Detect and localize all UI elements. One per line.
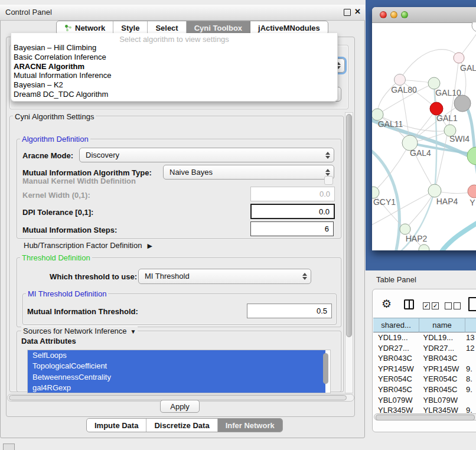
tab-label: Impute Data — [94, 421, 138, 430]
column-header-1[interactable]: shared... — [373, 318, 419, 332]
network-canvas[interactable]: GALGAL80GAL10GAL1GAL11SWI4GAL4GCY1HAP4YH… — [372, 22, 476, 250]
network-node[interactable] — [472, 22, 476, 32]
kernel-width-field[interactable]: 0.0 — [250, 187, 335, 201]
network-window-titlebar[interactable] — [372, 7, 476, 23]
column-header-3[interactable]: A — [465, 318, 476, 332]
tab-cyni-toolbox[interactable]: Cyni Toolbox — [187, 21, 250, 34]
tab-impute-data[interactable]: Impute Data — [87, 419, 146, 432]
unchecked-checkbox-icon[interactable] — [454, 302, 461, 309]
tab-style[interactable]: Style — [113, 21, 148, 34]
aracne-mode-label: Aracne Mode: — [22, 151, 73, 160]
algorithm-option[interactable]: Dream8 DC_TDC Algorithm — [14, 90, 108, 99]
network-node[interactable] — [454, 95, 471, 112]
table-row[interactable]: YLR345WYLR345W9. — [373, 405, 476, 413]
table-row[interactable]: YBR045CYBR045C9. — [373, 384, 476, 395]
table-row[interactable]: YDL19...YDL19...13 — [373, 332, 476, 343]
table-row[interactable]: YBR043CYBR043C — [373, 353, 476, 364]
algorithm-definition-title: Algorithm Definition — [20, 135, 90, 144]
tab-network[interactable]: Network — [57, 21, 113, 34]
mi-algorithm-type-select[interactable]: Naive Bayes — [163, 165, 334, 180]
tab-label: Select — [155, 24, 178, 32]
list-scrollbar-thumb[interactable] — [323, 353, 328, 384]
settings-vertical-scrollbar[interactable] — [345, 112, 353, 393]
algorithm-option[interactable]: Bayesian – K2 — [14, 80, 63, 89]
dpi-tolerance-field[interactable]: 0.0 — [250, 204, 335, 219]
table-row[interactable]: YBL079WYBL079W — [373, 395, 476, 406]
sources-expander[interactable]: Sources for Network Inference▼ — [21, 327, 138, 335]
columns-icon[interactable] — [404, 299, 414, 309]
network-node-gal11[interactable] — [372, 109, 383, 120]
aracne-mode-select[interactable]: Discovery — [79, 148, 334, 162]
control-panel-titlebar[interactable]: Control Panel ✕ — [0, 5, 365, 21]
close-icon[interactable]: ✕ — [354, 7, 361, 16]
network-node-hap2[interactable] — [400, 224, 410, 234]
which-threshold-value: MI Threshold — [145, 272, 190, 281]
which-threshold-select[interactable]: MI Threshold — [138, 269, 311, 284]
mi-threshold-definition-title: MI Threshold Definition — [26, 289, 108, 298]
mi-threshold-field[interactable]: 0.5 — [247, 304, 332, 318]
gear-icon[interactable]: ⚙ — [382, 297, 392, 311]
attribute-item[interactable]: gal4RGexp — [28, 383, 325, 393]
hub-definition-expander[interactable]: Hub/Transcription Factor Definition▶ — [24, 241, 152, 250]
table-row[interactable]: YDR27...YDR27...12 — [373, 343, 476, 354]
screen: Control Panel ✕ NetworkStyleSelectCyni T… — [0, 0, 476, 450]
expand-right-icon: ▶ — [147, 242, 152, 250]
network-node-gal[interactable] — [454, 53, 464, 63]
mi-threshold-label: Mutual Information Threshold: — [27, 307, 138, 316]
attribute-item[interactable]: SelfLoops — [28, 350, 325, 361]
algorithm-option[interactable]: ARACNE Algorithm — [14, 62, 84, 71]
checked-checkbox-icon[interactable]: ✓ — [432, 302, 439, 309]
cyni-algorithm-settings-title: Cyni Algorithm Settings — [13, 112, 96, 121]
network-node[interactable] — [467, 147, 476, 165]
tab-jactivemnodules[interactable]: jActiveMNodules — [250, 21, 328, 34]
table-horizontal-scrollbar[interactable] — [374, 413, 476, 420]
attribute-item[interactable]: BetweennessCentrality — [28, 372, 325, 383]
aracne-mode-value: Discovery — [86, 151, 119, 159]
network-node-gal10[interactable] — [428, 77, 440, 89]
table-cell: YPR145W — [418, 364, 463, 374]
data-attributes-list[interactable]: SelfLoopsTopologicalCoefficientBetweenne… — [27, 350, 331, 393]
table-cell: YER054C — [373, 374, 418, 384]
table-cell: YLR345W — [418, 405, 463, 413]
network-node-gal80[interactable] — [395, 74, 406, 86]
zoom-traffic-light-icon[interactable] — [401, 11, 408, 18]
tab-infer-network[interactable]: Infer Network — [218, 419, 282, 432]
node-label: HAP2 — [406, 234, 428, 243]
data-attributes-label: Data Attributes — [21, 337, 76, 345]
dropdown-prompt: Select algorithm to view settings — [11, 35, 337, 44]
checked-checkbox-icon[interactable]: ✓ — [423, 302, 430, 309]
apply-button[interactable]: Apply — [160, 400, 200, 413]
unchecked-checkbox-icon[interactable] — [445, 302, 452, 309]
minimize-traffic-light-icon[interactable] — [390, 11, 397, 18]
page-icon[interactable] — [468, 297, 476, 311]
algorithm-option[interactable]: Bayesian – Hill Climbing — [14, 43, 96, 52]
table-row[interactable]: YPR145WYPR145W9. — [373, 364, 476, 374]
table-cell: YBR043C — [418, 353, 463, 364]
float-window-icon[interactable] — [344, 9, 351, 16]
table-cell: YDL19... — [373, 332, 418, 343]
network-node-hap4[interactable] — [428, 184, 441, 197]
network-node-y[interactable] — [468, 185, 476, 198]
table-row[interactable]: YER054CYER054C8. — [373, 374, 476, 384]
scrollbar-thumb[interactable] — [346, 114, 352, 337]
mi-steps-label: Mutual Information Steps: — [22, 226, 117, 234]
docked-panel-icon[interactable] — [3, 444, 15, 450]
expand-down-icon: ▼ — [131, 328, 136, 335]
tab-select[interactable]: Select — [148, 21, 186, 34]
algorithm-option[interactable]: Mutual Information Inference — [14, 71, 111, 80]
node-label: GAL1 — [436, 113, 458, 123]
network-node-gcy1[interactable] — [372, 187, 379, 198]
table-cell: YDL19... — [418, 332, 463, 343]
algorithm-option[interactable]: Basic Correlation Inference — [14, 53, 106, 61]
table-cell — [464, 353, 476, 364]
mi-steps-field[interactable]: 6 — [250, 221, 334, 236]
attribute-item[interactable]: TopologicalCoefficient — [28, 361, 325, 371]
table-body: YDL19...YDL19...13YDR27...YDR27...12YBR0… — [373, 332, 476, 413]
network-edge — [438, 211, 476, 250]
algorithm-dropdown-list: Select algorithm to view settings Bayesi… — [11, 33, 338, 102]
close-traffic-light-icon[interactable] — [380, 11, 387, 18]
scrollbar-thumb[interactable] — [376, 415, 475, 420]
column-header-2[interactable]: name — [419, 318, 465, 332]
manual-kernel-checkbox[interactable] — [324, 176, 333, 185]
tab-discretize-data[interactable]: Discretize Data — [146, 419, 217, 432]
